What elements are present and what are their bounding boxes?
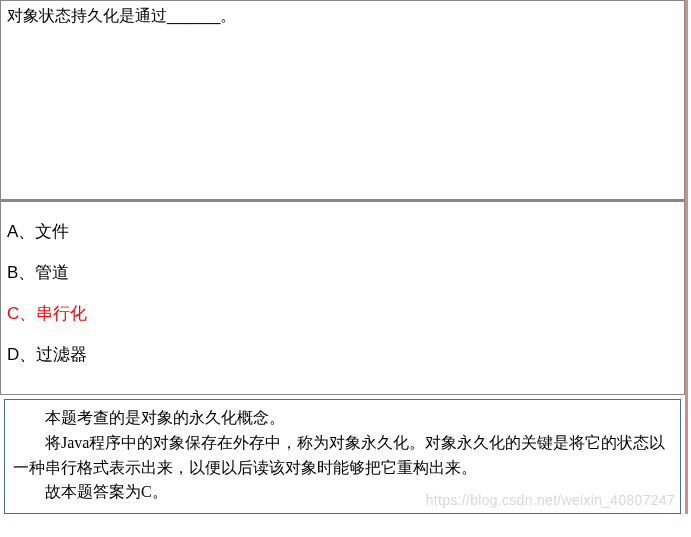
explanation-line-1: 本题考查的是对象的永久化概念。 bbox=[13, 406, 672, 431]
option-a: A、文件 bbox=[7, 220, 678, 243]
question-text: 对象状态持久化是通过______。 bbox=[7, 7, 236, 24]
page-container: 对象状态持久化是通过______。 A、文件 B、管道 C、串行化 D、过滤器 … bbox=[0, 0, 688, 514]
watermark-text: https://blog.csdn.net/weixin_40807247 bbox=[426, 492, 675, 508]
options-box: A、文件 B、管道 C、串行化 D、过滤器 bbox=[0, 200, 685, 395]
option-d: D、过滤器 bbox=[7, 343, 678, 366]
explanation-line-2: 将Java程序中的对象保存在外存中，称为对象永久化。对象永久化的关键是将它的状态… bbox=[13, 431, 672, 481]
option-c: C、串行化 bbox=[7, 302, 678, 325]
option-b: B、管道 bbox=[7, 261, 678, 284]
question-box: 对象状态持久化是通过______。 bbox=[0, 0, 685, 200]
